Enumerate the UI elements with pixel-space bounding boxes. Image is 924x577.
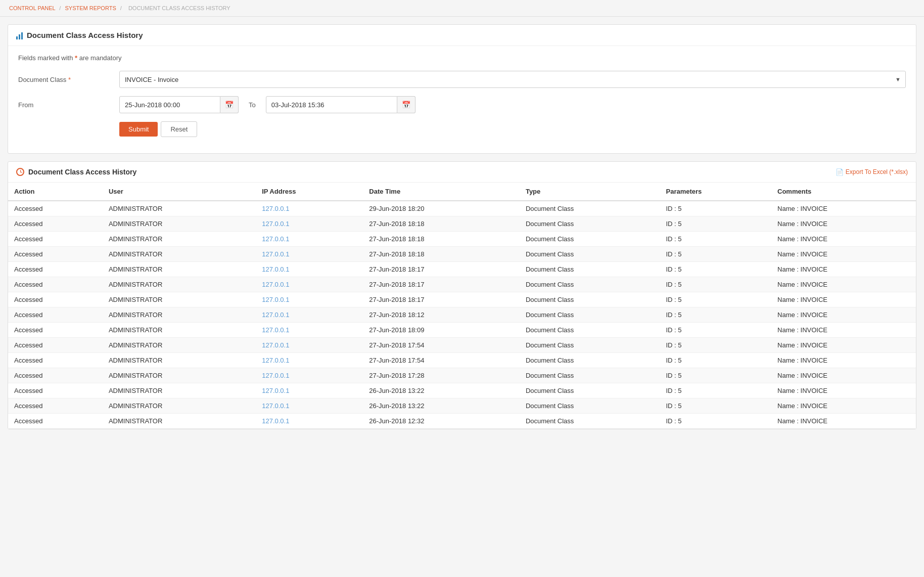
from-calendar-button[interactable]: 📅 <box>220 96 239 113</box>
cell-datetime: 27-Jun-2018 17:54 <box>363 353 520 368</box>
cell-datetime: 27-Jun-2018 18:17 <box>363 262 520 277</box>
cell-action: Accessed <box>8 307 103 323</box>
document-class-select-wrapper: INVOICE - Invoice ▼ <box>119 71 906 88</box>
export-label: Export To Excel (*.xlsx) <box>846 168 908 175</box>
from-date-wrapper: 📅 <box>119 96 239 113</box>
reset-button[interactable]: Reset <box>161 121 197 137</box>
col-datetime: Date Time <box>363 183 520 201</box>
document-class-label: Document Class * <box>18 76 119 83</box>
mandatory-note: Fields marked with * are mandatory <box>18 54 906 62</box>
export-excel-link[interactable]: 📄 Export To Excel (*.xlsx) <box>836 168 908 176</box>
cell-datetime: 26-Jun-2018 12:32 <box>363 414 520 429</box>
table-row: Accessed ADMINISTRATOR 127.0.0.1 27-Jun-… <box>8 323 916 338</box>
cell-datetime: 27-Jun-2018 18:18 <box>363 247 520 262</box>
cell-parameters: ID : 5 <box>660 262 772 277</box>
cell-ip: 127.0.0.1 <box>256 323 363 338</box>
cell-comments: Name : INVOICE <box>771 247 916 262</box>
cell-action: Accessed <box>8 383 103 398</box>
table-row: Accessed ADMINISTRATOR 127.0.0.1 26-Jun-… <box>8 398 916 414</box>
table-row: Accessed ADMINISTRATOR 127.0.0.1 27-Jun-… <box>8 338 916 353</box>
cell-type: Document Class <box>520 368 660 383</box>
cell-ip: 127.0.0.1 <box>256 216 363 232</box>
cell-comments: Name : INVOICE <box>771 262 916 277</box>
col-ip: IP Address <box>256 183 363 201</box>
cell-comments: Name : INVOICE <box>771 307 916 323</box>
table-row: Accessed ADMINISTRATOR 127.0.0.1 26-Jun-… <box>8 414 916 429</box>
table-row: Accessed ADMINISTRATOR 127.0.0.1 27-Jun-… <box>8 247 916 262</box>
cell-user: ADMINISTRATOR <box>103 307 256 323</box>
cell-parameters: ID : 5 <box>660 307 772 323</box>
cell-type: Document Class <box>520 383 660 398</box>
cell-datetime: 27-Jun-2018 17:54 <box>363 338 520 353</box>
breadcrumb-system-reports[interactable]: SYSTEM REPORTS <box>65 5 116 11</box>
table-row: Accessed ADMINISTRATOR 127.0.0.1 27-Jun-… <box>8 216 916 232</box>
cell-ip: 127.0.0.1 <box>256 368 363 383</box>
to-date-input[interactable] <box>266 96 397 113</box>
cell-datetime: 27-Jun-2018 18:18 <box>363 232 520 247</box>
table-row: Accessed ADMINISTRATOR 127.0.0.1 26-Jun-… <box>8 383 916 398</box>
col-parameters: Parameters <box>660 183 772 201</box>
cell-action: Accessed <box>8 338 103 353</box>
cell-comments: Name : INVOICE <box>771 216 916 232</box>
cell-user: ADMINISTRATOR <box>103 353 256 368</box>
cell-ip: 127.0.0.1 <box>256 247 363 262</box>
cell-action: Accessed <box>8 323 103 338</box>
to-calendar-button[interactable]: 📅 <box>397 96 415 113</box>
cell-parameters: ID : 5 <box>660 232 772 247</box>
cell-datetime: 27-Jun-2018 18:17 <box>363 292 520 307</box>
cell-parameters: ID : 5 <box>660 216 772 232</box>
table-row: Accessed ADMINISTRATOR 127.0.0.1 27-Jun-… <box>8 232 916 247</box>
cell-type: Document Class <box>520 262 660 277</box>
col-type: Type <box>520 183 660 201</box>
cell-ip: 127.0.0.1 <box>256 277 363 292</box>
cell-ip: 127.0.0.1 <box>256 232 363 247</box>
cell-comments: Name : INVOICE <box>771 353 916 368</box>
cell-action: Accessed <box>8 247 103 262</box>
results-header-left: Document Class Access History <box>16 168 136 176</box>
breadcrumb-separator-2: / <box>120 5 123 11</box>
cell-action: Accessed <box>8 232 103 247</box>
cell-ip: 127.0.0.1 <box>256 353 363 368</box>
cell-type: Document Class <box>520 398 660 414</box>
cell-ip: 127.0.0.1 <box>256 383 363 398</box>
chart-icon <box>16 31 23 39</box>
buttons-row: Submit Reset <box>18 121 906 137</box>
cell-comments: Name : INVOICE <box>771 414 916 429</box>
form-panel: Document Class Access History Fields mar… <box>8 24 916 154</box>
table-header-row: Action User IP Address Date Time Type Pa… <box>8 183 916 201</box>
cell-parameters: ID : 5 <box>660 398 772 414</box>
cell-datetime: 27-Jun-2018 18:09 <box>363 323 520 338</box>
cell-action: Accessed <box>8 414 103 429</box>
cell-datetime: 26-Jun-2018 13:22 <box>363 398 520 414</box>
table-row: Accessed ADMINISTRATOR 127.0.0.1 27-Jun-… <box>8 262 916 277</box>
cell-user: ADMINISTRATOR <box>103 216 256 232</box>
cell-comments: Name : INVOICE <box>771 398 916 414</box>
cell-ip: 127.0.0.1 <box>256 292 363 307</box>
cell-type: Document Class <box>520 307 660 323</box>
cell-user: ADMINISTRATOR <box>103 414 256 429</box>
cell-action: Accessed <box>8 368 103 383</box>
cell-parameters: ID : 5 <box>660 338 772 353</box>
form-panel-body: Fields marked with * are mandatory Docum… <box>8 46 916 153</box>
document-class-select[interactable]: INVOICE - Invoice <box>119 71 906 88</box>
mandatory-asterisk: * <box>75 54 79 62</box>
cell-parameters: ID : 5 <box>660 368 772 383</box>
table-row: Accessed ADMINISTRATOR 127.0.0.1 27-Jun-… <box>8 292 916 307</box>
cell-ip: 127.0.0.1 <box>256 398 363 414</box>
from-date-input[interactable] <box>119 96 220 113</box>
cell-comments: Name : INVOICE <box>771 338 916 353</box>
cell-user: ADMINISTRATOR <box>103 201 256 216</box>
table-row: Accessed ADMINISTRATOR 127.0.0.1 27-Jun-… <box>8 353 916 368</box>
cell-comments: Name : INVOICE <box>771 368 916 383</box>
cell-type: Document Class <box>520 338 660 353</box>
to-date-wrapper: 📅 <box>266 96 415 113</box>
cell-type: Document Class <box>520 353 660 368</box>
submit-button[interactable]: Submit <box>119 122 158 137</box>
to-label: To <box>249 101 256 109</box>
col-action: Action <box>8 183 103 201</box>
breadcrumb-control-panel[interactable]: CONTROL PANEL <box>9 5 55 11</box>
cell-datetime: 27-Jun-2018 18:17 <box>363 277 520 292</box>
results-panel: Document Class Access History 📄 Export T… <box>8 161 916 429</box>
cell-user: ADMINISTRATOR <box>103 292 256 307</box>
cell-user: ADMINISTRATOR <box>103 398 256 414</box>
